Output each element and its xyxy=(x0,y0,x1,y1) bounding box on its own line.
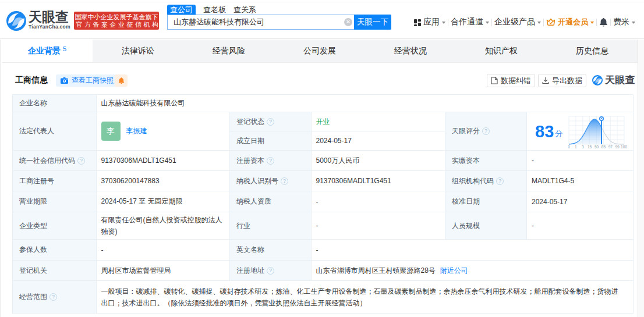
search-tab-boss[interactable]: 查老板 xyxy=(203,5,226,15)
tab-business-background[interactable]: 企业背景 5 xyxy=(2,40,93,62)
field-value: - xyxy=(312,240,634,261)
search-tab-relation[interactable]: 查关系 xyxy=(233,5,256,15)
nav-vip[interactable]: 开通会员 xyxy=(546,17,594,27)
help-icon[interactable]: ? xyxy=(267,118,274,126)
value-text: 周村区市场监督管理局 xyxy=(101,266,171,276)
field-value: 2024-05-17 至 无固定期限 xyxy=(97,191,231,212)
help-icon[interactable]: ? xyxy=(496,177,504,185)
monitor-bell-pill[interactable] xyxy=(115,74,128,87)
nav-partner[interactable]: 合作通道 xyxy=(451,17,489,27)
export-data-button[interactable]: 导出数据 xyxy=(538,74,586,87)
score-number: 83 xyxy=(535,123,554,140)
chevron-down-icon xyxy=(632,22,635,24)
nav-apps[interactable]: 应用 xyxy=(414,17,445,27)
search-tab-company[interactable]: 查公司 xyxy=(167,5,196,15)
label-text: 注册地址 xyxy=(236,266,264,276)
field-label: 人员规模 xyxy=(445,212,527,240)
clear-search-icon[interactable]: ✕ xyxy=(344,18,352,26)
label-text: 登记状态 xyxy=(236,117,264,127)
tab-label: 公司发展 xyxy=(303,46,336,56)
tab-legal-proceedings[interactable]: 法律诉讼 xyxy=(93,40,183,62)
field-value: 370306200147883 xyxy=(97,171,231,191)
company-tabbar: 企业背景 5 法律诉讼 经营风险 公司发展 经营状况 知识产权 历史信息 xyxy=(2,40,638,63)
value-text: 91370306MADLT1G451 xyxy=(316,177,391,185)
label-text: 纳税人资质 xyxy=(236,197,271,206)
label-text: 工商注册号 xyxy=(19,176,54,186)
avatar[interactable]: 李 xyxy=(101,122,121,141)
data-correction-label: 数据纠错 xyxy=(501,76,531,86)
nav-enterprise-label: 企业级产品 xyxy=(494,17,535,27)
logo-text[interactable]: 天眼查 xyxy=(29,9,69,24)
help-icon[interactable]: ? xyxy=(267,267,274,275)
tab-operation-risk[interactable]: 经营风险 xyxy=(183,40,274,62)
help-icon[interactable]: ? xyxy=(77,157,85,165)
nav-enterprise[interactable]: 企业级产品 xyxy=(494,17,541,27)
label-text: 统一社会信用代码 xyxy=(19,156,75,166)
help-icon[interactable]: ? xyxy=(482,127,490,135)
help-icon[interactable]: ? xyxy=(281,177,288,185)
business-info-table: 企业名称 山东赫达碳能科技有限公司 法定代表人 李 李振建 登记状态? 开业 成… xyxy=(12,94,633,314)
label-text: 核准日期 xyxy=(452,197,480,206)
data-correction-button[interactable]: 数据纠错 xyxy=(487,74,535,87)
help-icon[interactable]: ? xyxy=(267,157,274,165)
page-left-gutter xyxy=(0,40,1,317)
nav-divider xyxy=(596,19,597,26)
field-label: 企业类型 xyxy=(13,212,97,240)
nav-partner-label: 合作通道 xyxy=(451,17,483,27)
nav-divider xyxy=(491,19,492,26)
help-icon[interactable]: ? xyxy=(49,293,57,301)
field-label: 企业名称 xyxy=(13,95,97,112)
nav-divider xyxy=(610,19,611,26)
tab-company-development[interactable]: 公司发展 xyxy=(274,40,365,62)
apps-grid-icon xyxy=(414,19,421,26)
legal-representative-link[interactable]: 李振建 xyxy=(126,126,147,136)
label-text: 企业类型 xyxy=(19,221,47,231)
tab-operating-status[interactable]: 经营状况 xyxy=(365,40,456,62)
field-value: - xyxy=(312,191,446,212)
svg-text:50: 50 xyxy=(595,144,599,148)
nearby-companies-link[interactable]: 附近公司 xyxy=(440,266,468,276)
svg-text:85: 85 xyxy=(601,144,606,148)
value-text: - xyxy=(532,222,534,230)
nav-vip-label: 开通会员 xyxy=(558,17,588,27)
tab-intellectual-property[interactable]: 知识产权 xyxy=(456,40,547,62)
value-text: 有限责任公司(自然人投资或控股的法人独资) xyxy=(101,214,225,237)
page-scrollbar-track[interactable] xyxy=(638,40,644,317)
tab-label: 企业背景 xyxy=(28,46,61,56)
tianyancha-company-page: 天眼查 TianYanCha.com 国家中小企业发展子基金旗下 官方备案企业征… xyxy=(0,0,644,317)
svg-text:97: 97 xyxy=(608,144,613,148)
field-label: 纳税人资质 xyxy=(230,191,312,212)
tab-history-info[interactable]: 历史信息 xyxy=(547,40,638,62)
field-value-company-name: 山东赫达碳能科技有限公司 xyxy=(97,95,634,112)
value-text: 山东赫达碳能科技有限公司 xyxy=(101,98,185,108)
snapshot-badge[interactable]: 查看工商快照 xyxy=(56,74,118,87)
watermark-logo: 天眼查 xyxy=(592,73,635,87)
search-input[interactable] xyxy=(168,15,354,29)
tianyancha-logo-icon[interactable] xyxy=(6,11,26,31)
value-text: - xyxy=(316,246,319,254)
section-title: 工商信息 xyxy=(15,75,48,86)
watermark-logo-text: 天眼查 xyxy=(605,73,635,87)
nav-divider xyxy=(448,19,448,26)
label-text: 成立日期 xyxy=(236,136,264,146)
establish-date-cell: 2024-05-17 xyxy=(312,131,446,151)
field-label: 登记状态? xyxy=(230,112,312,131)
field-value: MADLT1G4-5 xyxy=(527,171,634,191)
svg-text:0: 0 xyxy=(568,144,570,148)
field-value: - xyxy=(97,240,231,261)
search-box: ✕ 天眼一下 xyxy=(167,15,391,30)
label-text: 英文名称 xyxy=(236,245,264,255)
field-label: 天眼评分? xyxy=(445,112,527,151)
field-value: - xyxy=(527,151,634,171)
label-text: 注册资本 xyxy=(236,156,264,166)
logo-domain: TianYanCha.com xyxy=(29,24,70,30)
nav-user[interactable]: 费米 xyxy=(613,17,635,27)
field-label: 行业 xyxy=(230,212,312,240)
score-cell[interactable]: 83 分 xyxy=(527,112,634,151)
nav-notifications[interactable] xyxy=(599,17,608,27)
crown-icon xyxy=(546,18,555,26)
chevron-down-icon xyxy=(442,22,445,24)
search-button[interactable]: 天眼一下 xyxy=(354,15,391,30)
label-text: 营业期限 xyxy=(19,197,47,206)
value-text: - xyxy=(101,246,104,254)
